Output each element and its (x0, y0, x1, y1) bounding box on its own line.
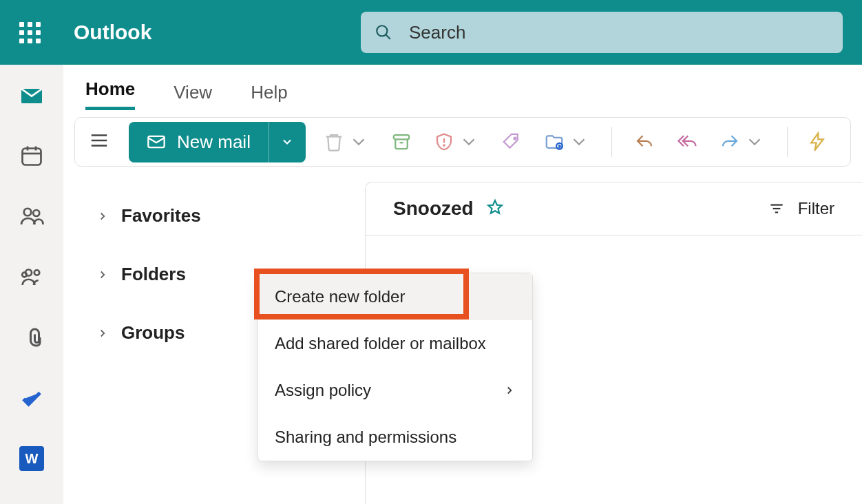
context-assign-policy[interactable]: Assign policy (258, 367, 532, 414)
svg-point-0 (377, 25, 387, 36)
new-mail-button[interactable]: New mail (129, 122, 269, 162)
move-folder-icon (544, 132, 565, 152)
rail-todo-icon[interactable] (17, 383, 47, 413)
svg-point-9 (34, 270, 40, 275)
context-sharing-permissions[interactable]: Sharing and permissions (258, 414, 532, 461)
reply-all-icon (677, 132, 697, 152)
hamburger-icon[interactable] (83, 125, 115, 159)
rail-files-icon[interactable] (17, 322, 47, 353)
context-item-label: Create new folder (275, 287, 405, 306)
toolbar-divider (611, 127, 612, 157)
report-button[interactable] (430, 127, 483, 156)
rail-mail-icon[interactable] (17, 80, 47, 110)
trash-icon (324, 132, 344, 152)
nav-favorites[interactable]: Favorites (63, 196, 359, 236)
svg-rect-15 (394, 135, 410, 139)
filter-button[interactable]: Filter (768, 199, 834, 218)
content-row: Favorites Folders Groups Create new fold… (63, 182, 862, 504)
chevron-right-icon (96, 327, 109, 339)
body-area: W Home View Help New mail (0, 65, 862, 504)
favorite-star-icon[interactable] (486, 198, 504, 219)
tag-icon (501, 132, 522, 152)
search-input[interactable] (409, 22, 829, 43)
app-rail: W (0, 65, 63, 504)
context-item-label: Sharing and permissions (275, 428, 456, 447)
app-header: Outlook (0, 0, 862, 65)
reply-icon (634, 132, 655, 152)
filter-label: Filter (798, 199, 834, 218)
list-header: Snoozed Filter (366, 182, 862, 235)
reply-button[interactable] (630, 127, 659, 156)
chevron-down-icon (569, 132, 589, 152)
tab-home[interactable]: Home (85, 78, 135, 110)
sweep-button[interactable] (497, 127, 526, 156)
new-mail-label: New mail (177, 132, 251, 153)
svg-point-10 (22, 273, 27, 277)
svg-point-19 (514, 138, 516, 140)
forward-button[interactable] (715, 127, 769, 156)
svg-point-18 (443, 145, 445, 146)
archive-icon (391, 132, 412, 152)
tab-help[interactable]: Help (251, 82, 287, 110)
move-button[interactable] (540, 127, 593, 156)
svg-point-7 (33, 210, 39, 216)
search-box[interactable] (361, 12, 843, 53)
nav-favorites-label: Favorites (121, 205, 201, 227)
chevron-down-icon (744, 132, 765, 152)
filter-icon (768, 200, 786, 218)
chevron-right-icon (96, 269, 109, 281)
archive-button[interactable] (387, 127, 416, 156)
toolbar-divider (787, 127, 788, 157)
app-title: Outlook (74, 21, 151, 44)
nav-folders-label: Folders (121, 264, 186, 285)
svg-line-1 (386, 34, 390, 39)
chevron-right-icon (503, 384, 516, 397)
search-icon (375, 23, 392, 41)
lightning-icon (807, 132, 828, 152)
new-mail-split-button: New mail (129, 122, 306, 162)
svg-point-6 (24, 209, 32, 216)
context-create-new-folder[interactable]: Create new folder (258, 273, 532, 320)
reply-all-button[interactable] (673, 127, 702, 156)
word-app-glyph: W (19, 446, 44, 471)
svg-rect-2 (23, 149, 41, 165)
chevron-down-icon (280, 135, 294, 149)
main-column: Home View Help New mail (63, 65, 862, 504)
chevron-right-icon (96, 210, 109, 222)
chevron-down-icon (348, 132, 369, 152)
svg-marker-22 (488, 200, 502, 213)
toolbar: New mail (74, 117, 851, 167)
app-launcher-icon[interactable] (19, 22, 41, 43)
new-mail-dropdown[interactable] (269, 122, 306, 162)
forward-icon (719, 132, 740, 152)
rail-groups-icon[interactable] (17, 262, 47, 292)
rail-calendar-icon[interactable] (17, 140, 47, 171)
delete-button[interactable] (319, 127, 373, 156)
quick-steps-button[interactable] (803, 127, 832, 156)
nav-groups-label: Groups (121, 322, 185, 344)
chevron-down-icon (459, 132, 479, 152)
shield-alert-icon (434, 132, 454, 152)
folder-title: Snoozed (393, 198, 474, 220)
context-item-label: Assign policy (275, 381, 371, 400)
tab-view[interactable]: View (174, 82, 212, 110)
ribbon-tabs: Home View Help (63, 65, 862, 110)
folders-context-menu: Create new folder Add shared folder or m… (257, 273, 533, 461)
context-add-shared-folder[interactable]: Add shared folder or mailbox (258, 320, 532, 367)
rail-people-icon[interactable] (17, 201, 47, 231)
mail-icon (147, 132, 166, 151)
svg-marker-21 (811, 134, 823, 151)
rail-word-icon[interactable]: W (17, 443, 47, 474)
context-item-label: Add shared folder or mailbox (275, 334, 486, 353)
